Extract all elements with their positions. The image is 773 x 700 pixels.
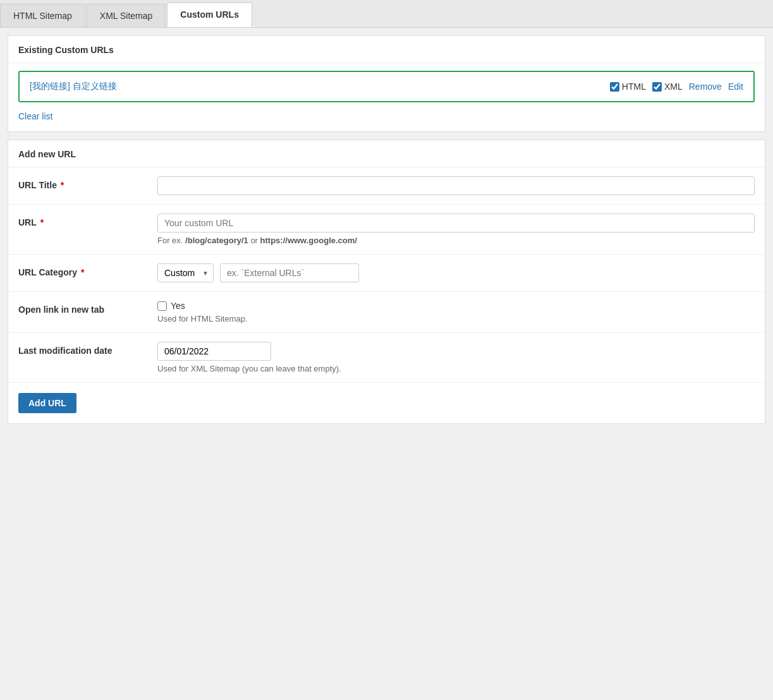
html-checkbox[interactable] (610, 82, 619, 92)
url-category-field: Custom ▼ (157, 263, 755, 282)
url-item-link[interactable]: [我的链接] 自定义链接 (30, 81, 117, 92)
html-label: HTML (622, 81, 646, 92)
xml-label: XML (664, 81, 683, 92)
new-tab-yes-label: Yes (171, 301, 185, 311)
url-title-input[interactable] (157, 176, 755, 195)
tab-xml-sitemap[interactable]: XML Sitemap (87, 4, 166, 27)
add-url-button[interactable]: Add URL (18, 393, 76, 413)
html-checkbox-label[interactable]: HTML (610, 81, 646, 92)
last-mod-field: Used for XML Sitemap (you can leave that… (157, 342, 755, 373)
existing-urls-section: Existing Custom URLs [我的链接] 自定义链接 HTML X… (8, 35, 765, 132)
tab-html-sitemap[interactable]: HTML Sitemap (0, 4, 85, 27)
last-mod-row: Last modification date Used for XML Site… (8, 333, 765, 383)
url-label: URL * (18, 214, 157, 227)
existing-urls-body: [我的链接] 自定义链接 HTML XML Remove Edit Clear … (8, 63, 765, 131)
remove-link[interactable]: Remove (689, 81, 722, 92)
url-row: URL * For ex. /blog/category/1 or https:… (8, 205, 765, 255)
main-content: Existing Custom URLs [我的链接] 自定义链接 HTML X… (0, 35, 773, 424)
new-tab-checkbox[interactable] (157, 301, 167, 311)
url-title-field (157, 176, 755, 195)
add-url-title: Add new URL (8, 140, 765, 167)
xml-checkbox[interactable] (652, 82, 662, 92)
category-text-input[interactable] (220, 263, 359, 282)
url-title-row: URL Title * (8, 167, 765, 205)
url-title-required: * (58, 180, 64, 190)
url-item-controls: HTML XML Remove Edit (610, 81, 743, 92)
url-title-label: URL Title * (18, 176, 157, 190)
last-mod-hint: Used for XML Sitemap (you can leave that… (157, 364, 755, 373)
category-select-wrapper: Custom ▼ (157, 263, 214, 282)
url-category-label: URL Category * (18, 263, 157, 277)
tabs-bar: HTML Sitemap XML Sitemap Custom URLs (0, 0, 773, 28)
btn-row: Add URL (8, 383, 765, 423)
xml-checkbox-label[interactable]: XML (652, 81, 683, 92)
url-field: For ex. /blog/category/1 or https://www.… (157, 214, 755, 245)
url-hint: For ex. /blog/category/1 or https://www.… (157, 236, 755, 245)
add-url-section: Add new URL URL Title * URL * For ex. /b… (8, 140, 765, 424)
last-mod-label: Last modification date (18, 342, 157, 356)
last-mod-input[interactable] (157, 342, 271, 361)
url-list-item: [我的链接] 自定义链接 HTML XML Remove Edit (18, 71, 755, 102)
new-tab-field: Yes Used for HTML Sitemap. (157, 301, 755, 323)
url-input[interactable] (157, 214, 755, 232)
category-select[interactable]: Custom (157, 263, 214, 282)
new-tab-checkbox-row: Yes (157, 301, 755, 311)
clear-list-link[interactable]: Clear list (18, 111, 52, 121)
url-category-row: URL Category * Custom ▼ (8, 255, 765, 292)
existing-urls-title: Existing Custom URLs (8, 36, 765, 63)
edit-link[interactable]: Edit (728, 81, 743, 92)
url-required: * (38, 217, 44, 227)
new-tab-label: Open link in new tab (18, 301, 157, 315)
new-tab-hint: Used for HTML Sitemap. (157, 314, 755, 323)
tab-custom-urls[interactable]: Custom URLs (167, 3, 252, 27)
url-category-required: * (78, 267, 84, 277)
new-tab-row: Open link in new tab Yes Used for HTML S… (8, 292, 765, 333)
category-row: Custom ▼ (157, 263, 755, 282)
